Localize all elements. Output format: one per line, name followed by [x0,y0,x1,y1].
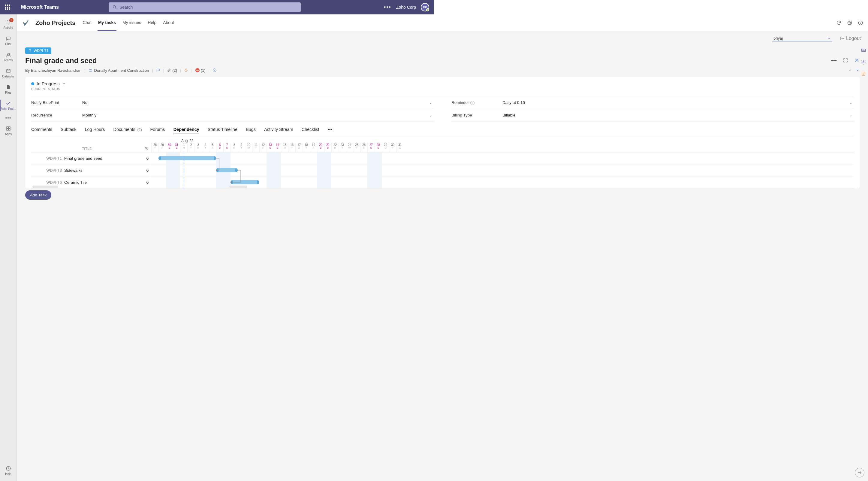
rail-files[interactable]: Files [0,81,17,97]
scrollbar-horizontal[interactable] [229,185,247,188]
gantt-bar[interactable] [230,180,259,184]
svg-rect-8 [8,128,10,130]
tab-log-hours[interactable]: Log Hours [85,127,105,134]
search-input[interactable] [120,5,297,10]
attachment[interactable]: (2) [167,68,177,73]
timeline-header: Aug '22 28T29F30S31S1M2T3W4T5F6S7S8M9T10… [151,138,434,153]
prop-recurrence-label: Recurrence [31,113,82,117]
gantt-bar[interactable] [216,168,238,172]
header-right: ••• Zoho Corp DF [384,3,429,11]
files-icon [6,84,11,90]
month-label: Aug '22 [181,139,193,143]
timeline-day: 28S [375,143,382,152]
prop-recurrence[interactable]: Recurrence Monthly ⌄ [31,109,433,122]
bar-handle-right[interactable] [214,156,216,160]
svg-point-2 [7,53,8,54]
gantt-col-title: TITLE [31,147,143,150]
search-box[interactable] [108,2,301,12]
timeline-day: 1M [180,143,187,152]
info-small-icon[interactable] [213,68,217,73]
attachment-count: (2) [172,68,177,73]
timeline-day: 30T [389,143,396,152]
gantt-task-name: Sidewalks [64,168,143,173]
activity-badge: 1 [9,18,13,22]
bar-handle-left[interactable] [231,180,233,184]
timeline-row [151,177,434,188]
presence-indicator [426,8,429,11]
rail-chat[interactable]: Chat [0,32,17,49]
svg-line-1 [115,8,116,9]
sub-header: priyaj Logout [17,32,434,45]
tab-chat[interactable]: Chat [82,15,92,31]
rail-calendar[interactable]: Calendar [0,65,17,81]
tenant-name[interactable]: Zoho Corp [396,5,416,10]
tab-my-issues[interactable]: My issues [122,15,142,31]
prop-notify-value: No [82,100,429,105]
timeline-day: 18T [303,143,310,152]
bell-icon: 1 [6,19,11,26]
gantt-bar[interactable] [158,156,216,160]
rail-activity[interactable]: 1 Activity [0,16,17,32]
rail-teams[interactable]: Teams [0,49,17,65]
app-launcher-icon[interactable] [5,4,10,10]
prop-recurrence-value: Monthly [82,113,429,117]
project-link[interactable]: Donally Apartment Construction [89,68,149,73]
avatar[interactable]: DF [421,3,429,11]
timeline-day: 4T [202,143,209,152]
timeline-day: 15M [281,143,288,152]
tab-my-tasks[interactable]: My tasks [97,15,117,31]
timeline-day: 21S [324,143,331,152]
rail-apps-label: Apps [5,132,12,136]
check-icon [6,100,11,107]
tab-forums[interactable]: Forums [150,127,165,134]
task-meta: By Elanchezhiyan Ravichandran | Donally … [25,68,434,73]
tab-status-timeline[interactable]: Status Timeline [208,127,238,134]
task-properties: Notify BluePrint No ⌄ Reminderi Daily at… [31,96,434,122]
prop-notify-label: Notify BluePrint [31,100,82,105]
timeline-day: 19F [310,143,317,152]
timeline-day: 14S [274,143,281,152]
timer-icon[interactable] [184,68,188,73]
tab-help[interactable]: Help [147,15,157,31]
timeline-day: 10W [245,143,252,152]
gantt-task-row[interactable]: WDPI-T1Final grade and seed0 [31,153,151,164]
scrollbar-horizontal[interactable] [32,185,58,188]
tab-checklist[interactable]: Checklist [302,127,319,134]
tab-documents[interactable]: Documents (2) [113,127,142,134]
more-icon[interactable]: ••• [384,4,392,10]
task-id-badge[interactable]: WDPI-T1 [25,48,51,54]
prop-notify[interactable]: Notify BluePrint No ⌄ [31,96,433,109]
tab-more[interactable]: ••• [328,127,332,134]
bar-handle-right[interactable] [235,169,237,172]
add-task-button[interactable]: Add Task [25,190,51,200]
rail-apps[interactable]: Apps [0,122,17,139]
rail-teams-label: Teams [4,59,12,62]
svg-rect-6 [8,127,10,128]
clipboard-icon [28,49,32,53]
bar-handle-left[interactable] [217,169,218,172]
gantt-task-id: WDPI-T6 [40,180,64,185]
bar-handle-left[interactable] [159,156,161,160]
tab-activity-stream[interactable]: Activity Stream [264,127,293,134]
rail-more[interactable]: ••• [5,115,11,121]
bar-handle-right[interactable] [257,180,259,184]
no-entry-icon [195,68,199,72]
author-label: By Elanchezhiyan Ravichandran [25,68,81,73]
tab-dependency[interactable]: Dependency [174,127,199,134]
avatar-initials: DF [423,6,427,9]
app-logo: ✔️ [22,19,30,27]
tab-comments[interactable]: Comments [31,127,52,134]
tab-about[interactable]: About [162,15,175,31]
timeline-day: 2T [187,143,194,152]
comment-icon[interactable] [156,68,160,73]
gantt-col-pct: % [143,146,151,150]
status-dropdown[interactable]: In Progress [31,81,434,86]
people-icon [6,52,11,58]
blocker[interactable]: (1) [195,68,206,73]
gantt-task-row[interactable]: WDPI-T3Sidewalks0 [31,164,151,177]
rail-zoho-projects[interactable]: Zoho Proj... [0,97,17,114]
timeline-day: 24W [346,143,353,152]
tab-bugs[interactable]: Bugs [246,127,256,134]
tab-subtask[interactable]: Subtask [61,127,76,134]
timeline-day: 7S [223,143,230,152]
